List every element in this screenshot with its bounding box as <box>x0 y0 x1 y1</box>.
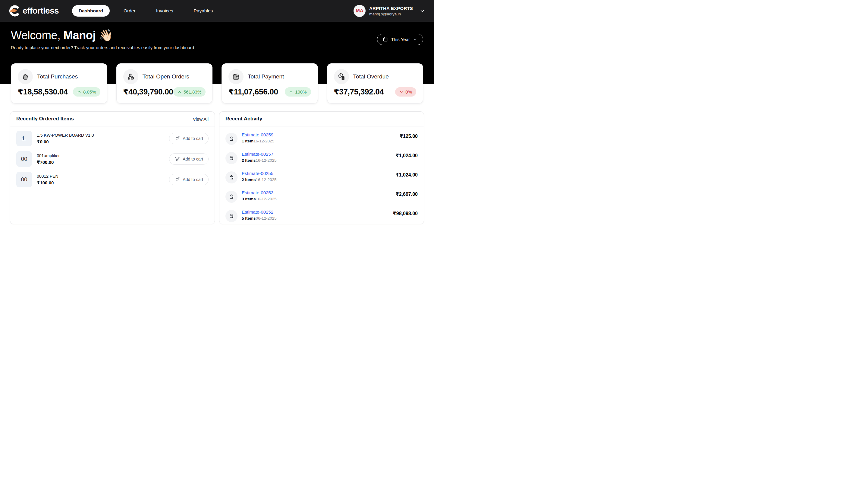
period-filter-label: This Year <box>391 37 410 42</box>
brand-name: effortless <box>23 6 59 16</box>
panel-title: Recently Ordered Items <box>16 116 74 122</box>
stat-cards-row: Total Purchases ₹18,58,530.04 8.05% Tota… <box>0 63 434 104</box>
page-subtitle: Ready to place your next order? Track yo… <box>11 45 194 50</box>
overdue-icon <box>334 69 349 84</box>
user-first-name: Manoj <box>63 29 96 41</box>
stat-label: Total Open Orders <box>143 73 189 80</box>
main-nav: Dashboard Order Invoices Payables <box>72 5 219 17</box>
user-company-name: ARPITHA EXPORTS <box>369 6 413 11</box>
dashboard-panels: Recently Ordered Items View All 1. 1.5 K… <box>0 111 434 224</box>
activity-amount: ₹2,697.00 <box>396 191 418 197</box>
user-email: manoj.s@agrya.in <box>369 12 413 16</box>
list-item: 00 00012 PEN ₹100.00 Add to cart <box>16 172 209 188</box>
open-orders-icon <box>123 69 138 84</box>
estimate-link[interactable]: Estimate-00257 <box>242 151 277 156</box>
stat-card-total-overdue: Total Overdue ₹37,75,392.04 0% <box>327 63 424 104</box>
chevron-down-icon <box>413 37 417 41</box>
product-price: ₹0.00 <box>37 139 94 145</box>
nav-tab-dashboard[interactable]: Dashboard <box>72 5 110 17</box>
chevron-up-icon <box>77 90 81 94</box>
welcome-text-block: Welcome, Manoj 👋🏻 Ready to place your ne… <box>11 28 194 50</box>
add-to-cart-button[interactable]: Add to cart <box>169 174 209 185</box>
stat-card-total-payment: Total Payment ₹11,07,656.00 100% <box>221 63 318 104</box>
cart-plus-icon <box>175 156 180 162</box>
list-item: Estimate-00257 2 Items16-12-2025 ₹1,024.… <box>225 148 418 168</box>
panel-title: Recent Activity <box>225 116 262 122</box>
activity-subtext: 1 Item16-12-2025 <box>242 139 274 143</box>
activity-amount: ₹98,098.00 <box>393 211 418 217</box>
stat-label: Total Overdue <box>353 73 389 80</box>
stat-label: Total Purchases <box>37 73 78 80</box>
bag-plus-icon <box>225 171 238 183</box>
top-navbar: effortless Dashboard Order Invoices Paya… <box>0 0 434 22</box>
estimate-link[interactable]: Estimate-00255 <box>242 171 277 176</box>
chevron-up-icon <box>178 90 181 94</box>
stat-change-badge: 100% <box>285 87 311 96</box>
brand-logo[interactable]: effortless <box>9 4 59 17</box>
product-thumbnail: 00 <box>16 172 32 188</box>
chevron-down-icon <box>399 90 403 94</box>
period-filter-button[interactable]: This Year <box>377 34 423 45</box>
stat-value: ₹11,07,656.00 <box>228 87 278 96</box>
activity-amount: ₹1,024.00 <box>396 172 418 178</box>
nav-tab-payables[interactable]: Payables <box>187 5 220 17</box>
activity-subtext: 5 Items06-12-2025 <box>242 216 277 221</box>
cart-plus-icon <box>175 136 180 141</box>
stat-change-badge: 561.83% <box>173 87 206 96</box>
add-to-cart-button[interactable]: Add to cart <box>169 133 209 144</box>
product-thumbnail: 1. <box>16 131 32 146</box>
activity-list: Estimate-00259 1 Item16-12-2025 ₹125.00 … <box>219 126 424 224</box>
list-item: Estimate-00252 5 Items06-12-2025 ₹98,098… <box>225 206 418 224</box>
wave-emoji: 👋🏻 <box>99 29 113 41</box>
ordered-items-list: 1. 1.5 KW-POWER BOARD V1.0 ₹0.00 Add to … <box>10 126 215 196</box>
view-all-link[interactable]: View All <box>193 116 209 122</box>
product-thumbnail: 00 <box>16 151 32 167</box>
nav-tab-order[interactable]: Order <box>117 5 142 17</box>
chevron-up-icon <box>289 90 293 94</box>
estimate-link[interactable]: Estimate-00252 <box>242 209 277 214</box>
activity-amount: ₹125.00 <box>400 133 418 139</box>
list-item: Estimate-00259 1 Item16-12-2025 ₹125.00 <box>225 129 418 148</box>
product-name: 001amplifier <box>37 153 60 158</box>
bag-plus-icon <box>225 152 238 164</box>
stat-label: Total Payment <box>248 73 284 80</box>
brand-logo-icon <box>9 4 20 17</box>
product-price: ₹100.00 <box>37 180 59 185</box>
chevron-down-icon <box>420 8 425 13</box>
user-info: ARPITHA EXPORTS manoj.s@agrya.in <box>369 6 413 16</box>
stat-value: ₹18,58,530.04 <box>18 87 68 96</box>
activity-amount: ₹1,024.00 <box>396 153 418 158</box>
user-menu[interactable]: MA ARPITHA EXPORTS manoj.s@agrya.in <box>353 5 425 17</box>
stat-value: ₹37,75,392.04 <box>334 87 384 96</box>
bag-plus-icon <box>225 133 238 145</box>
dashboard-page: effortless Dashboard Order Invoices Paya… <box>0 0 434 245</box>
add-to-cart-button[interactable]: Add to cart <box>169 153 209 165</box>
list-item: Estimate-00253 3 Items10-12-2025 ₹2,697.… <box>225 187 418 206</box>
stat-change-badge: 8.05% <box>73 87 100 96</box>
stat-value: ₹40,39,790.00 <box>123 87 173 96</box>
recent-activity-panel: Recent Activity Estimate-00259 1 Item16-… <box>219 111 424 224</box>
activity-subtext: 3 Items10-12-2025 <box>242 197 277 201</box>
basket-icon <box>18 69 33 84</box>
list-item: Estimate-00255 2 Items16-12-2025 ₹1,024.… <box>225 168 418 187</box>
stat-card-total-open-orders: Total Open Orders ₹40,39,790.00 561.83% <box>116 63 213 104</box>
product-name: 1.5 KW-POWER BOARD V1.0 <box>37 133 94 138</box>
nav-tab-invoices[interactable]: Invoices <box>150 5 180 17</box>
stat-change-badge: 0% <box>395 87 416 96</box>
stat-card-total-purchases: Total Purchases ₹18,58,530.04 8.05% <box>11 63 107 104</box>
activity-subtext: 2 Items16-12-2025 <box>242 158 277 163</box>
product-name: 00012 PEN <box>37 174 59 179</box>
avatar: MA <box>353 5 366 17</box>
cart-plus-icon <box>175 177 180 182</box>
activity-subtext: 2 Items16-12-2025 <box>242 177 277 182</box>
product-price: ₹700.00 <box>37 160 60 165</box>
wallet-icon <box>228 69 244 84</box>
bag-plus-icon <box>225 210 238 222</box>
estimate-link[interactable]: Estimate-00253 <box>242 190 277 195</box>
calendar-icon <box>383 37 388 42</box>
estimate-link[interactable]: Estimate-00259 <box>242 132 274 137</box>
recently-ordered-panel: Recently Ordered Items View All 1. 1.5 K… <box>10 111 215 224</box>
bag-plus-icon <box>225 191 238 203</box>
list-item: 00 001amplifier ₹700.00 Add to cart <box>16 151 209 167</box>
list-item: 1. 1.5 KW-POWER BOARD V1.0 ₹0.00 Add to … <box>16 131 209 146</box>
